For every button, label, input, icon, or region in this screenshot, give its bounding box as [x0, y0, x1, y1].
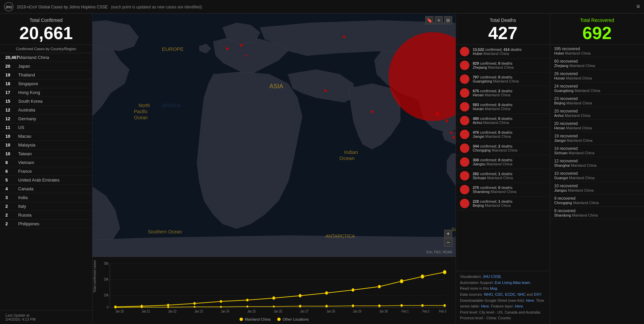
- death-list-item[interactable]: 344 confirmed; 2 deaths Chongqing Mainla…: [456, 141, 550, 155]
- death-list-item[interactable]: 480 confirmed; 0 deaths Anhui Mainland C…: [456, 114, 550, 128]
- country-list-item[interactable]: 4 Canada: [0, 185, 92, 193]
- deaths-panel: Total Deaths 427 13,522 confirmed; 414 d…: [456, 13, 550, 324]
- svg-text:Jan 22: Jan 22: [168, 310, 177, 313]
- country-list-item[interactable]: 20,467 Mainland China: [0, 53, 92, 62]
- hamburger-icon[interactable]: ≡: [636, 3, 640, 10]
- bubble-india[interactable]: [371, 110, 373, 113]
- recovered-count: 10 recovered: [554, 171, 640, 176]
- country-list-item[interactable]: 5 United Arab Emirates: [0, 176, 92, 185]
- death-region: Hubei Mainland China: [473, 52, 522, 56]
- country-list-item[interactable]: 12 Australia: [0, 106, 92, 115]
- bubble-singapore[interactable]: [450, 131, 453, 134]
- country-list-item[interactable]: 15 South Korea: [0, 97, 92, 106]
- recovered-list-item[interactable]: 12 recovered Shanghai Mainland China: [550, 157, 644, 169]
- recovered-list-item[interactable]: 20 recovered Anhui Mainland China: [550, 107, 644, 120]
- map-bookmark-btn[interactable]: 🔖: [425, 16, 433, 24]
- zoom-in-button[interactable]: +: [444, 230, 452, 238]
- country-list-item[interactable]: 18 Singapore: [0, 79, 92, 88]
- recovered-list-item[interactable]: 395 recovered Hubei Mainland China: [550, 45, 644, 57]
- country-name: Mainland China: [19, 55, 49, 60]
- death-list-item[interactable]: 797 confirmed; 0 deaths Guangdong Mainla…: [456, 72, 550, 86]
- country-list-item[interactable]: 17 Hong Kong: [0, 88, 92, 97]
- country-list-item[interactable]: 2 Philippines: [0, 220, 92, 228]
- country-list-item[interactable]: 10 Malaysia: [0, 141, 92, 150]
- death-circle-icon: [460, 88, 469, 98]
- last-update: Last Update at 2/4/2020, 4:13 PM: [0, 310, 92, 324]
- bubble-russia[interactable]: [343, 35, 346, 38]
- country-list-item[interactable]: 10 Macau: [0, 132, 92, 141]
- bubble-vietnam[interactable]: [445, 120, 448, 122]
- svg-text:Jan 30: Jan 30: [380, 310, 388, 313]
- death-info: 797 confirmed; 0 deaths Guangdong Mainla…: [473, 75, 519, 83]
- recovered-list-item[interactable]: 9 recovered Shandong Mainland China: [550, 207, 644, 219]
- zoom-out-button[interactable]: −: [444, 238, 452, 247]
- recovered-list-item[interactable]: 60 recovered Zhejiang Mainland China: [550, 57, 644, 70]
- svg-point-72: [273, 305, 275, 307]
- bubble-germany[interactable]: [240, 44, 243, 46]
- legend-dot-other: [277, 318, 281, 321]
- recovered-list-item[interactable]: 14 recovered Sichuan Mainland China: [550, 144, 644, 157]
- jhu-csse-link[interactable]: JHU CSSE: [483, 274, 501, 279]
- esri-link[interactable]: Esri Living Atlas team: [495, 281, 530, 285]
- svg-point-75: [352, 304, 354, 307]
- death-list-item[interactable]: 275 confirmed; 0 deaths Shandong Mainlan…: [456, 183, 550, 197]
- recovered-list-item[interactable]: 10 recovered Guangxi Mainland China: [550, 169, 644, 182]
- map-grid-btn[interactable]: ⊞: [444, 16, 452, 24]
- death-list-item[interactable]: 308 confirmed; 0 deaths Jiangsu Mainland…: [456, 155, 550, 169]
- country-list-item[interactable]: 19 Thailand: [0, 71, 92, 79]
- recovered-list-item[interactable]: 23 recovered Beijing Mainland China: [550, 95, 644, 107]
- country-count: 11: [5, 125, 18, 130]
- country-count: 2: [5, 213, 18, 218]
- header-title: 2019-nCoV Global Cases by Johns Hopkins …: [17, 4, 202, 9]
- svg-text:North: North: [139, 103, 150, 108]
- bubble-france[interactable]: [226, 47, 228, 50]
- country-list[interactable]: 20,467 Mainland China 20 Japan 19 Thaila…: [0, 53, 92, 310]
- deaths-list[interactable]: 13,522 confirmed; 414 deaths Hubei Mainl…: [456, 45, 550, 271]
- death-list-item[interactable]: 829 confirmed; 0 deaths Zhejiang Mainlan…: [456, 59, 550, 72]
- recovered-list-item[interactable]: 9 recovered Chongqing Mainland China: [550, 194, 644, 207]
- country-count: 18: [5, 81, 18, 86]
- recovered-list-item[interactable]: 10 recovered Jiangsu Mainland China: [550, 182, 644, 194]
- country-list-item[interactable]: 10 Taiwan: [0, 150, 92, 158]
- total-confirmed-box: Total Confirmed 20,661: [0, 13, 92, 45]
- svg-text:Jan 20: Jan 20: [115, 310, 124, 313]
- country-count: 3: [5, 195, 18, 200]
- death-list-item[interactable]: 675 confirmed; 2 deaths Henan Mainland C…: [456, 86, 550, 100]
- svg-point-78: [421, 304, 424, 307]
- death-list-item[interactable]: 13,522 confirmed; 414 deaths Hubei Mainl…: [456, 45, 550, 59]
- recovered-list-item[interactable]: 24 recovered Guangdong Mainland China: [550, 82, 644, 95]
- death-circle-icon: [460, 74, 469, 84]
- death-list-item[interactable]: 282 confirmed; 1 deaths Sichuan Mainland…: [456, 169, 550, 183]
- death-circle-icon: [460, 102, 469, 111]
- map-list-btn[interactable]: ≡: [435, 16, 443, 24]
- blog-link[interactable]: blog: [490, 286, 497, 290]
- country-list-item[interactable]: 11 US: [0, 123, 92, 132]
- death-list-item[interactable]: 593 confirmed; 0 deaths Hunan Mainland C…: [456, 100, 550, 114]
- bubble-uae[interactable]: [324, 89, 327, 92]
- bubble-malaysia[interactable]: [453, 136, 455, 139]
- map-container[interactable]: North Atlantic Ocean AFRICA ASIA EUROPE …: [93, 13, 456, 257]
- recovered-list-item[interactable]: 20 recovered Henan Mainland China: [550, 120, 644, 132]
- country-list-item[interactable]: 6 France: [0, 167, 92, 176]
- recovered-location: Beijing Mainland China: [554, 101, 640, 105]
- country-name: Hong Kong: [18, 90, 40, 95]
- country-list-item[interactable]: 8 Vietnam: [0, 158, 92, 167]
- bubble-thailand[interactable]: [436, 112, 439, 116]
- death-list-item[interactable]: 228 confirmed; 1 deaths Beijing Mainland…: [456, 197, 550, 210]
- country-list-item[interactable]: 12 Germany: [0, 115, 92, 123]
- death-region: Jiangsu Mainland China: [473, 162, 512, 166]
- recovered-list[interactable]: 395 recovered Hubei Mainland China 60 re…: [550, 45, 644, 324]
- death-list-item[interactable]: 476 confirmed; 0 deaths Jiangxi Mainland…: [456, 128, 550, 141]
- country-list-item[interactable]: 2 Russia: [0, 211, 92, 220]
- recovered-list-item[interactable]: 19 recovered Jiangxi Mainland China: [550, 132, 644, 144]
- country-list-item[interactable]: 3 India: [0, 193, 92, 202]
- country-list-item[interactable]: 2 Italy: [0, 202, 92, 211]
- country-count: 6: [5, 169, 18, 174]
- recovered-list-item[interactable]: 26 recovered Hunan Mainland China: [550, 70, 644, 82]
- recovered-count: 12 recovered: [554, 159, 640, 163]
- death-info: 480 confirmed; 0 deaths Anhui Mainland C…: [473, 117, 512, 125]
- bubble-italy[interactable]: [245, 55, 247, 57]
- country-name: France: [18, 169, 32, 174]
- svg-point-56: [220, 300, 222, 303]
- country-list-item[interactable]: 20 Japan: [0, 62, 92, 71]
